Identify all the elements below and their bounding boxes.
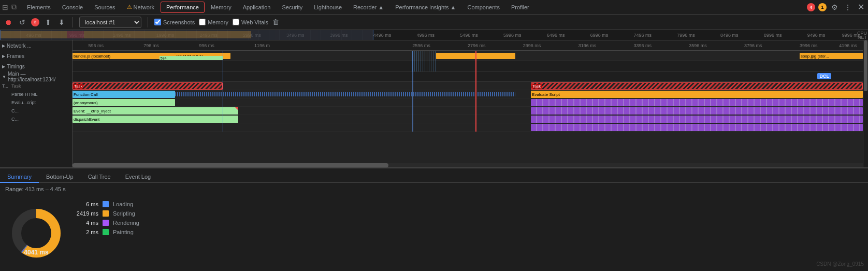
- record-count-badge: 2: [31, 18, 39, 26]
- playhead-line: [223, 51, 224, 132]
- function-call-bar[interactable]: Function Call: [73, 91, 175, 98]
- frames-track: [73, 61, 863, 72]
- scroll-thumb[interactable]: [73, 163, 388, 167]
- loading-color-swatch: [103, 201, 109, 207]
- summary-row-loading: 6 ms Loading: [73, 199, 868, 209]
- tab-application[interactable]: Application: [238, 2, 276, 12]
- memory-checkbox[interactable]: [199, 19, 206, 25]
- network-bar-soop[interactable]: soop.jpg (stor...: [800, 53, 863, 59]
- summary-row-rendering: 4 ms Rendering: [73, 218, 868, 227]
- painting-label: Painting: [113, 229, 134, 235]
- ruler2-tick-9: 3596 ms: [689, 43, 707, 48]
- url-selector[interactable]: localhost #1: [79, 17, 141, 28]
- timings-section-header[interactable]: ▶ Timings: [0, 61, 72, 72]
- clear-button[interactable]: 🗑: [272, 18, 279, 26]
- task-bar-right[interactable]: Task: [531, 82, 863, 90]
- flame-left-panel: ▶ Network ... ▶ Frames ▶ Timings ▼ Main …: [0, 40, 73, 167]
- warning-badge: 1: [818, 3, 827, 11]
- network-section-label: Network ...: [7, 43, 32, 49]
- zoomed-ruler: 596 ms 796 ms 996 ms 1196 m 2596 ms 2796…: [73, 40, 863, 51]
- ruler2-tick-1: 796 ms: [143, 43, 159, 48]
- tab-summary[interactable]: Summary: [0, 172, 39, 183]
- main-container: 496 ms 996 ms 1496 ms 1996 ms 2496 ms 29…: [0, 30, 868, 271]
- tab-lighthouse[interactable]: Lighthouse: [309, 2, 347, 12]
- screenshots-checkbox[interactable]: [154, 19, 161, 25]
- csdn-watermark: CSDN @Zong_0915: [816, 261, 864, 267]
- painting-ms: 2 ms: [73, 229, 98, 235]
- timings-section-label: Timings: [7, 64, 25, 69]
- window-restore-icon[interactable]: ⧉: [11, 3, 17, 11]
- upload-button[interactable]: ⬆: [44, 17, 53, 28]
- more-options-button[interactable]: ⋮: [843, 2, 853, 13]
- devtools-tab-bar: ⊟ ⧉ Elements Console Sources ⚠ Network P…: [0, 0, 868, 15]
- evaluate-script-bar[interactable]: Evaluate Script: [531, 91, 863, 98]
- flame-row-c2: C...: [0, 115, 72, 123]
- tab-security[interactable]: Security: [277, 2, 308, 12]
- event-ctrip-bar[interactable]: Event: __ctrip_inject: [73, 107, 238, 115]
- frames-section-header[interactable]: ▶ Frames: [0, 51, 72, 61]
- right-purple-grid-4: [531, 124, 863, 131]
- main-section-label: Main — http://localhost:1234/: [8, 71, 70, 82]
- tab-bottom-up[interactable]: Bottom-Up: [39, 172, 81, 183]
- screenshots-checkbox-label[interactable]: Screenshots: [154, 19, 195, 25]
- tab-sources[interactable]: Sources: [89, 2, 120, 12]
- web-vitals-checkbox[interactable]: [233, 19, 239, 25]
- bottom-panel: Summary Bottom-Up Call Tree Event Log Ra…: [0, 167, 868, 271]
- frames-section-label: Frames: [7, 53, 24, 59]
- horizontal-scrollbar[interactable]: [73, 163, 863, 167]
- tab-network[interactable]: ⚠ Network: [122, 2, 160, 12]
- donut-total-label: 4041 ms: [24, 249, 48, 256]
- tab-performance[interactable]: Performance: [161, 2, 205, 13]
- tab-console[interactable]: Console: [57, 2, 88, 12]
- main-section-header[interactable]: ▼ Main — http://localhost:1234/: [0, 72, 72, 82]
- loading-label: Loading: [113, 201, 133, 207]
- scripting-ms: 2419 ms: [73, 210, 98, 217]
- spike-area: [412, 51, 436, 72]
- screenshot-strip: [0, 30, 373, 40]
- flame-row-task: T... Task: [0, 82, 72, 90]
- ruler2-tick-6: 2996 ms: [523, 43, 541, 48]
- tab-call-tree[interactable]: Call Tree: [81, 172, 118, 183]
- blue-marker-line-2: [412, 51, 413, 132]
- right-purple-grid-3: [531, 116, 863, 123]
- network-section-header[interactable]: ▶ Network ...: [0, 40, 72, 51]
- network-triangle-icon: ▶: [2, 44, 5, 48]
- tab-recorder[interactable]: Recorder ▲: [348, 2, 389, 12]
- task-bar-left[interactable]: Task: [73, 82, 223, 90]
- net-label: NET: [858, 35, 867, 40]
- tab-profiler[interactable]: Profiler: [506, 2, 534, 12]
- main-task-row: Task Task: [73, 82, 863, 90]
- tab-memory[interactable]: Memory: [206, 2, 237, 12]
- rendering-label: Rendering: [113, 220, 139, 226]
- timings-triangle-icon: ▶: [2, 64, 5, 69]
- tab-components[interactable]: Components: [462, 2, 505, 12]
- dispatch-event-bar[interactable]: dispatchEvent: [73, 116, 238, 123]
- function-call-row: Function Call Evaluate Script: [73, 90, 863, 98]
- warning-icon: ⚠: [127, 4, 132, 10]
- vertical-scroll-thumb[interactable]: [864, 40, 867, 91]
- summary-row-scripting: 2419 ms Scripting: [73, 209, 868, 218]
- timeline-overview-ruler: 496 ms 996 ms 1496 ms 1996 ms 2496 ms 29…: [0, 30, 868, 40]
- anonymous-bar[interactable]: (anonymous): [73, 99, 175, 106]
- window-minimize-icon[interactable]: ⊟: [2, 3, 8, 11]
- flame-right-panel[interactable]: 596 ms 796 ms 996 ms 1196 m 2596 ms 2796…: [73, 40, 863, 167]
- red-marker-line: [475, 51, 476, 132]
- close-devtools-button[interactable]: ✕: [856, 1, 866, 13]
- web-vitals-checkbox-label[interactable]: Web Vitals: [233, 19, 268, 25]
- download-button[interactable]: ⬇: [57, 17, 66, 28]
- network-bar-584[interactable]: 584.: [160, 56, 223, 60]
- rendering-color-swatch: [103, 220, 109, 226]
- flame-area: ▶ Network ... ▶ Frames ▶ Timings ▼ Main …: [0, 40, 868, 167]
- tab-event-log[interactable]: Event Log: [118, 172, 158, 183]
- flame-row-evalscript-label: Evalu...cript: [11, 100, 36, 105]
- tab-elements[interactable]: Elements: [22, 2, 56, 12]
- settings-button[interactable]: ⚙: [830, 2, 840, 13]
- flame-row-c2-label: C...: [11, 117, 19, 122]
- record-button[interactable]: ⏺: [3, 17, 13, 28]
- refresh-button[interactable]: ↺: [18, 17, 27, 28]
- ruler2-tick-2: 996 ms: [199, 43, 214, 48]
- vertical-scrollbar[interactable]: [863, 40, 868, 167]
- memory-checkbox-label[interactable]: Memory: [199, 19, 228, 25]
- tab-performance-insights[interactable]: Performance insights ▲: [390, 2, 461, 12]
- summary-rows: 6 ms Loading 2419 ms Scripting 4 ms: [73, 195, 868, 271]
